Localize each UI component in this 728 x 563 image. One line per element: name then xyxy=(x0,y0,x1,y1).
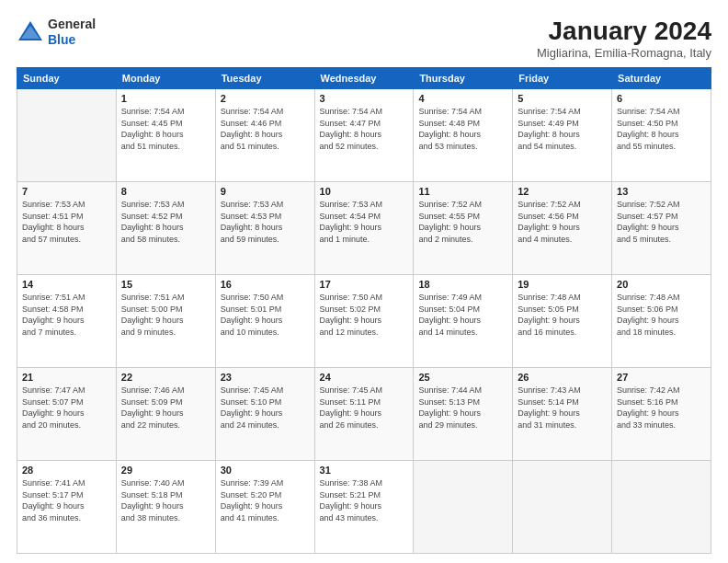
calendar-cell xyxy=(612,461,711,554)
day-info: Sunrise: 7:43 AMSunset: 5:14 PMDaylight:… xyxy=(518,385,607,431)
day-number: 6 xyxy=(617,93,706,104)
day-info: Sunrise: 7:50 AMSunset: 5:02 PMDaylight:… xyxy=(320,292,409,338)
day-number: 2 xyxy=(221,93,310,104)
logo-text: General Blue xyxy=(48,17,96,48)
day-number: 4 xyxy=(418,93,507,104)
calendar-cell: 7Sunrise: 7:53 AMSunset: 4:51 PMDaylight… xyxy=(17,182,117,275)
day-number: 29 xyxy=(121,465,210,476)
calendar-table: SundayMondayTuesdayWednesdayThursdayFrid… xyxy=(17,67,711,554)
calendar-cell: 5Sunrise: 7:54 AMSunset: 4:49 PMDaylight… xyxy=(513,89,612,182)
day-info: Sunrise: 7:54 AMSunset: 4:46 PMDaylight:… xyxy=(221,106,310,152)
day-info: Sunrise: 7:46 AMSunset: 5:09 PMDaylight:… xyxy=(121,385,210,431)
day-number: 8 xyxy=(121,186,210,197)
calendar-week-3: 14Sunrise: 7:51 AMSunset: 4:58 PMDayligh… xyxy=(17,275,711,368)
day-number: 30 xyxy=(221,465,310,476)
day-number: 21 xyxy=(22,372,111,383)
day-info: Sunrise: 7:54 AMSunset: 4:50 PMDaylight:… xyxy=(617,106,706,152)
day-info: Sunrise: 7:54 AMSunset: 4:48 PMDaylight:… xyxy=(418,106,507,152)
day-number: 12 xyxy=(518,186,607,197)
day-info: Sunrise: 7:51 AMSunset: 5:00 PMDaylight:… xyxy=(121,292,210,338)
header: General Blue January 2024 Migliarina, Em… xyxy=(17,17,711,60)
day-info: Sunrise: 7:48 AMSunset: 5:05 PMDaylight:… xyxy=(518,292,607,338)
calendar-cell: 1Sunrise: 7:54 AMSunset: 4:45 PMDaylight… xyxy=(116,89,215,182)
calendar-header-saturday: Saturday xyxy=(612,68,711,89)
day-number: 23 xyxy=(221,372,310,383)
day-info: Sunrise: 7:39 AMSunset: 5:20 PMDaylight:… xyxy=(221,477,310,523)
calendar-cell: 29Sunrise: 7:40 AMSunset: 5:18 PMDayligh… xyxy=(116,461,215,554)
calendar-cell: 16Sunrise: 7:50 AMSunset: 5:01 PMDayligh… xyxy=(215,275,314,368)
calendar-cell: 21Sunrise: 7:47 AMSunset: 5:07 PMDayligh… xyxy=(17,368,117,461)
day-info: Sunrise: 7:49 AMSunset: 5:04 PMDaylight:… xyxy=(418,292,507,338)
calendar-cell: 22Sunrise: 7:46 AMSunset: 5:09 PMDayligh… xyxy=(116,368,215,461)
day-number: 24 xyxy=(320,372,409,383)
day-info: Sunrise: 7:47 AMSunset: 5:07 PMDaylight:… xyxy=(22,385,111,431)
calendar-header-thursday: Thursday xyxy=(414,68,513,89)
calendar-cell: 2Sunrise: 7:54 AMSunset: 4:46 PMDaylight… xyxy=(215,89,314,182)
calendar-week-5: 28Sunrise: 7:41 AMSunset: 5:17 PMDayligh… xyxy=(17,461,711,554)
day-number: 31 xyxy=(320,465,409,476)
day-number: 11 xyxy=(418,186,507,197)
calendar-cell: 9Sunrise: 7:53 AMSunset: 4:53 PMDaylight… xyxy=(215,182,314,275)
day-info: Sunrise: 7:51 AMSunset: 4:58 PMDaylight:… xyxy=(22,292,111,338)
day-info: Sunrise: 7:45 AMSunset: 5:11 PMDaylight:… xyxy=(320,385,409,431)
calendar-header-sunday: Sunday xyxy=(17,68,117,89)
calendar-cell: 8Sunrise: 7:53 AMSunset: 4:52 PMDaylight… xyxy=(116,182,215,275)
calendar-cell xyxy=(17,89,117,182)
calendar-cell: 30Sunrise: 7:39 AMSunset: 5:20 PMDayligh… xyxy=(215,461,314,554)
calendar-header-monday: Monday xyxy=(116,68,215,89)
day-number: 19 xyxy=(518,279,607,290)
calendar-cell: 14Sunrise: 7:51 AMSunset: 4:58 PMDayligh… xyxy=(17,275,117,368)
day-info: Sunrise: 7:50 AMSunset: 5:01 PMDaylight:… xyxy=(221,292,310,338)
day-info: Sunrise: 7:54 AMSunset: 4:45 PMDaylight:… xyxy=(121,106,210,152)
day-number: 27 xyxy=(617,372,706,383)
subtitle: Migliarina, Emilia-Romagna, Italy xyxy=(537,46,711,60)
day-info: Sunrise: 7:45 AMSunset: 5:10 PMDaylight:… xyxy=(221,385,310,431)
title-block: January 2024 Migliarina, Emilia-Romagna,… xyxy=(537,17,711,60)
calendar-cell xyxy=(414,461,513,554)
day-info: Sunrise: 7:53 AMSunset: 4:53 PMDaylight:… xyxy=(221,199,310,245)
calendar-cell: 4Sunrise: 7:54 AMSunset: 4:48 PMDaylight… xyxy=(414,89,513,182)
day-info: Sunrise: 7:54 AMSunset: 4:49 PMDaylight:… xyxy=(518,106,607,152)
calendar-cell: 26Sunrise: 7:43 AMSunset: 5:14 PMDayligh… xyxy=(513,368,612,461)
day-info: Sunrise: 7:42 AMSunset: 5:16 PMDaylight:… xyxy=(617,385,706,431)
day-number: 1 xyxy=(121,93,210,104)
day-info: Sunrise: 7:54 AMSunset: 4:47 PMDaylight:… xyxy=(320,106,409,152)
day-info: Sunrise: 7:52 AMSunset: 4:56 PMDaylight:… xyxy=(518,199,607,245)
calendar-cell: 11Sunrise: 7:52 AMSunset: 4:55 PMDayligh… xyxy=(414,182,513,275)
calendar-cell: 19Sunrise: 7:48 AMSunset: 5:05 PMDayligh… xyxy=(513,275,612,368)
calendar-cell: 25Sunrise: 7:44 AMSunset: 5:13 PMDayligh… xyxy=(414,368,513,461)
calendar-cell: 15Sunrise: 7:51 AMSunset: 5:00 PMDayligh… xyxy=(116,275,215,368)
calendar-header-friday: Friday xyxy=(513,68,612,89)
calendar-cell: 6Sunrise: 7:54 AMSunset: 4:50 PMDaylight… xyxy=(612,89,711,182)
calendar-cell: 20Sunrise: 7:48 AMSunset: 5:06 PMDayligh… xyxy=(612,275,711,368)
main-title: January 2024 xyxy=(537,17,711,46)
day-number: 3 xyxy=(320,93,409,104)
calendar-cell: 3Sunrise: 7:54 AMSunset: 4:47 PMDaylight… xyxy=(314,89,414,182)
day-info: Sunrise: 7:53 AMSunset: 4:52 PMDaylight:… xyxy=(121,199,210,245)
day-info: Sunrise: 7:48 AMSunset: 5:06 PMDaylight:… xyxy=(617,292,706,338)
day-info: Sunrise: 7:52 AMSunset: 4:57 PMDaylight:… xyxy=(617,199,706,245)
day-number: 7 xyxy=(22,186,111,197)
calendar-cell xyxy=(513,461,612,554)
calendar-cell: 10Sunrise: 7:53 AMSunset: 4:54 PMDayligh… xyxy=(314,182,414,275)
day-number: 13 xyxy=(617,186,706,197)
day-info: Sunrise: 7:52 AMSunset: 4:55 PMDaylight:… xyxy=(418,199,507,245)
day-number: 15 xyxy=(121,279,210,290)
day-info: Sunrise: 7:40 AMSunset: 5:18 PMDaylight:… xyxy=(121,477,210,523)
day-number: 28 xyxy=(22,465,111,476)
logo: General Blue xyxy=(17,17,96,48)
calendar-week-1: 1Sunrise: 7:54 AMSunset: 4:45 PMDaylight… xyxy=(17,89,711,182)
calendar-cell: 17Sunrise: 7:50 AMSunset: 5:02 PMDayligh… xyxy=(314,275,414,368)
calendar-header-wednesday: Wednesday xyxy=(314,68,414,89)
day-number: 10 xyxy=(320,186,409,197)
day-info: Sunrise: 7:44 AMSunset: 5:13 PMDaylight:… xyxy=(418,385,507,431)
day-info: Sunrise: 7:53 AMSunset: 4:51 PMDaylight:… xyxy=(22,199,111,245)
logo-icon xyxy=(17,18,44,46)
calendar-week-4: 21Sunrise: 7:47 AMSunset: 5:07 PMDayligh… xyxy=(17,368,711,461)
calendar-cell: 23Sunrise: 7:45 AMSunset: 5:10 PMDayligh… xyxy=(215,368,314,461)
day-info: Sunrise: 7:53 AMSunset: 4:54 PMDaylight:… xyxy=(320,199,409,245)
day-info: Sunrise: 7:41 AMSunset: 5:17 PMDaylight:… xyxy=(22,477,111,523)
logo-blue-text: Blue xyxy=(48,32,75,47)
calendar-header-row: SundayMondayTuesdayWednesdayThursdayFrid… xyxy=(17,68,711,89)
day-number: 5 xyxy=(518,93,607,104)
